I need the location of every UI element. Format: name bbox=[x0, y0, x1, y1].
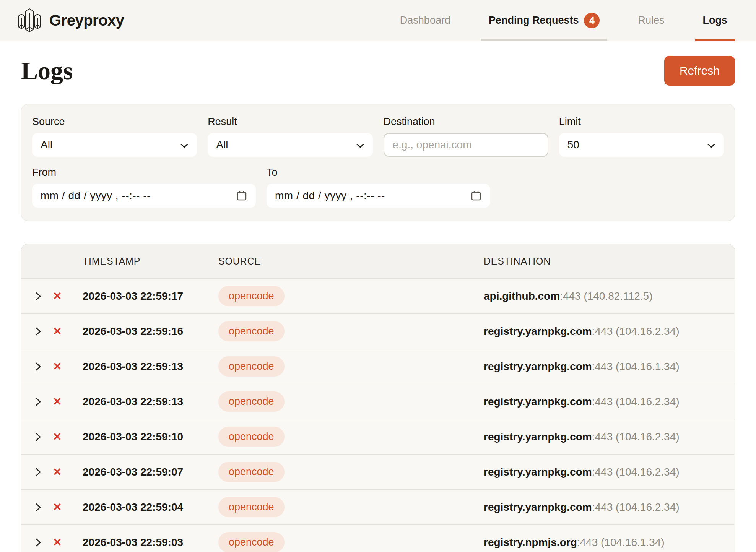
row-source-cell: opencode bbox=[218, 462, 484, 482]
destination-placeholder: e.g., openai.com bbox=[393, 139, 472, 151]
row-destination-cell: registry.yarnpkg.com:443 (104.16.2.34) bbox=[484, 396, 735, 408]
chevron-right-icon bbox=[34, 397, 42, 407]
calendar-icon[interactable] bbox=[470, 190, 482, 201]
expand-row-button[interactable] bbox=[34, 537, 42, 547]
destination-host: api.github.com bbox=[484, 290, 560, 302]
tab-logs[interactable]: Logs bbox=[695, 0, 735, 41]
row-source-cell: opencode bbox=[218, 286, 484, 306]
expand-row-button[interactable] bbox=[34, 502, 42, 512]
delete-log-button[interactable]: ✕ bbox=[53, 396, 62, 407]
destination-ip: (104.16.2.34) bbox=[616, 396, 680, 408]
to-label: To bbox=[267, 167, 490, 179]
expand-row-button[interactable] bbox=[34, 362, 42, 372]
chevron-down-icon bbox=[356, 139, 364, 151]
row-destination-cell: registry.yarnpkg.com:443 (104.16.2.34) bbox=[484, 466, 735, 478]
source-badge: opencode bbox=[218, 462, 285, 482]
destination-port: :443 bbox=[592, 325, 613, 337]
result-select[interactable]: All bbox=[208, 133, 372, 157]
row-source-cell: opencode bbox=[218, 427, 484, 447]
delete-log-button[interactable]: ✕ bbox=[53, 502, 62, 513]
close-icon: ✕ bbox=[53, 502, 62, 513]
calendar-icon[interactable] bbox=[236, 190, 247, 201]
row-actions-cell: ✕ bbox=[21, 291, 83, 302]
destination-port: :443 bbox=[577, 536, 598, 548]
destination-host: registry.yarnpkg.com bbox=[484, 431, 592, 443]
row-destination-cell: registry.npmjs.org:443 (104.16.1.34) bbox=[484, 536, 735, 549]
close-icon: ✕ bbox=[53, 432, 62, 442]
from-datetime-value: mm / dd / yyyy , --:-- -- bbox=[41, 190, 151, 202]
header-timestamp: TIMESTAMP bbox=[83, 256, 218, 267]
tab-rules[interactable]: Rules bbox=[630, 0, 672, 41]
destination-port: :443 bbox=[592, 501, 613, 513]
close-icon: ✕ bbox=[53, 396, 62, 407]
row-source-cell: opencode bbox=[218, 391, 484, 412]
close-icon: ✕ bbox=[53, 361, 62, 372]
destination-input[interactable]: e.g., openai.com bbox=[384, 133, 548, 157]
tab-pending-requests[interactable]: Pending Requests 4 bbox=[481, 0, 608, 41]
destination-label: Destination bbox=[384, 116, 548, 128]
source-badge: opencode bbox=[218, 391, 285, 412]
expand-row-button[interactable] bbox=[34, 326, 42, 336]
from-datetime-input[interactable]: mm / dd / yyyy , --:-- -- bbox=[32, 184, 256, 208]
source-select-value: All bbox=[41, 139, 52, 151]
delete-log-button[interactable]: ✕ bbox=[53, 326, 62, 337]
row-timestamp: 2026-03-03 22:59:17 bbox=[83, 290, 218, 302]
row-actions-cell: ✕ bbox=[21, 537, 83, 548]
expand-row-button[interactable] bbox=[34, 432, 42, 442]
chevron-right-icon bbox=[34, 432, 42, 442]
source-label: Source bbox=[32, 116, 197, 128]
destination-port: :443 bbox=[592, 396, 613, 408]
delete-log-button[interactable]: ✕ bbox=[53, 361, 62, 372]
header-destination: DESTINATION bbox=[484, 256, 735, 267]
expand-row-button[interactable] bbox=[34, 467, 42, 477]
filter-to: To mm / dd / yyyy , --:-- -- bbox=[267, 167, 490, 208]
delete-log-button[interactable]: ✕ bbox=[53, 291, 62, 302]
expand-row-button[interactable] bbox=[34, 291, 42, 301]
table-row: ✕ 2026-03-03 22:59:17 opencode api.githu… bbox=[21, 278, 735, 313]
table-row: ✕ 2026-03-03 22:59:16 opencode registry.… bbox=[21, 313, 735, 349]
tab-pending-requests-label: Pending Requests bbox=[489, 15, 579, 26]
expand-row-button[interactable] bbox=[34, 397, 42, 407]
table-row: ✕ 2026-03-03 22:59:07 opencode registry.… bbox=[21, 454, 735, 489]
limit-select-value: 50 bbox=[567, 139, 579, 151]
row-actions-cell: ✕ bbox=[21, 396, 83, 407]
row-destination-cell: registry.yarnpkg.com:443 (104.16.2.34) bbox=[484, 501, 735, 513]
to-datetime-input[interactable]: mm / dd / yyyy , --:-- -- bbox=[267, 184, 490, 208]
tab-dashboard[interactable]: Dashboard bbox=[392, 0, 458, 41]
to-datetime-value: mm / dd / yyyy , --:-- -- bbox=[275, 190, 385, 202]
row-destination-cell: api.github.com:443 (140.82.112.5) bbox=[484, 290, 735, 302]
pending-count-badge: 4 bbox=[584, 13, 600, 28]
filter-destination: Destination e.g., openai.com bbox=[384, 116, 548, 157]
filter-source: Source All bbox=[32, 116, 197, 157]
row-source-cell: opencode bbox=[218, 497, 484, 517]
destination-port: :443 bbox=[560, 290, 581, 302]
result-select-value: All bbox=[216, 139, 228, 151]
table-row: ✕ 2026-03-03 22:59:10 opencode registry.… bbox=[21, 419, 735, 454]
chevron-right-icon bbox=[34, 502, 42, 512]
destination-ip: (104.16.2.34) bbox=[616, 325, 680, 337]
filter-result: Result All bbox=[208, 116, 372, 157]
chevron-right-icon bbox=[34, 537, 42, 547]
row-actions-cell: ✕ bbox=[21, 467, 83, 477]
table-row: ✕ 2026-03-03 22:59:13 opencode registry.… bbox=[21, 349, 735, 384]
tab-pending-indicator bbox=[481, 39, 608, 41]
delete-log-button[interactable]: ✕ bbox=[53, 467, 62, 477]
source-select[interactable]: All bbox=[32, 133, 197, 157]
row-actions-cell: ✕ bbox=[21, 502, 83, 513]
row-timestamp: 2026-03-03 22:59:03 bbox=[83, 536, 218, 549]
row-source-cell: opencode bbox=[218, 321, 484, 341]
destination-ip: (104.16.2.34) bbox=[616, 501, 680, 513]
row-source-cell: opencode bbox=[218, 356, 484, 377]
row-timestamp: 2026-03-03 22:59:13 bbox=[83, 396, 218, 408]
delete-log-button[interactable]: ✕ bbox=[53, 537, 62, 548]
row-timestamp: 2026-03-03 22:59:10 bbox=[83, 431, 218, 443]
limit-select[interactable]: 50 bbox=[559, 133, 724, 157]
filter-from: From mm / dd / yyyy , --:-- -- bbox=[32, 167, 256, 208]
destination-host: registry.yarnpkg.com bbox=[484, 360, 592, 372]
tab-logs-active-indicator bbox=[695, 39, 735, 41]
refresh-button[interactable]: Refresh bbox=[664, 56, 735, 86]
close-icon: ✕ bbox=[53, 291, 62, 302]
row-actions-cell: ✕ bbox=[21, 432, 83, 442]
app-header: Greyproxy Dashboard Pending Requests 4 R… bbox=[0, 0, 756, 41]
delete-log-button[interactable]: ✕ bbox=[53, 432, 62, 442]
